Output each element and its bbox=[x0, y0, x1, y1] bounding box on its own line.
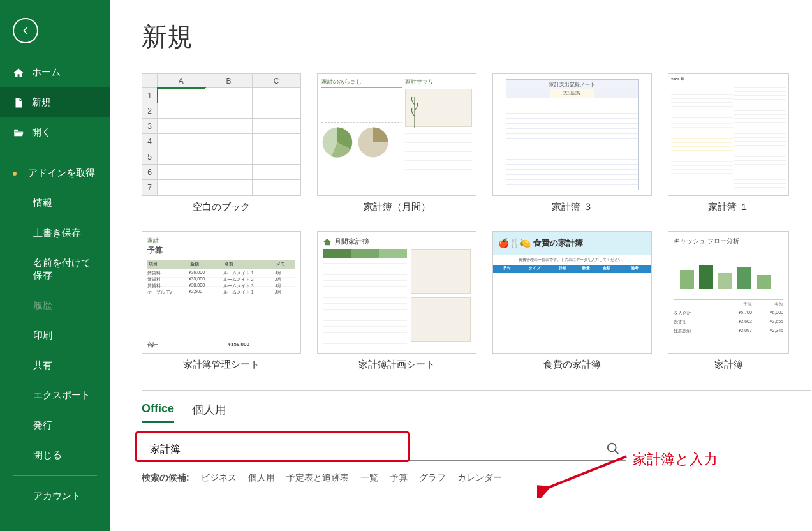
arrow-left-icon bbox=[20, 25, 31, 36]
template-thumb: 🍎🍴🍋 食費の家計簿 食費管理の一覧表です。下の表にデータを入力してください。 … bbox=[492, 231, 652, 354]
annotation-arrow-icon bbox=[537, 453, 633, 498]
row-header: 7 bbox=[142, 180, 158, 195]
nav-label: 新規 bbox=[32, 96, 51, 108]
section-divider bbox=[142, 390, 811, 391]
nav-label: ホーム bbox=[32, 66, 61, 79]
template-monthly-budget[interactable]: 家計のあらまし 家計サマリ 家計簿（月間） bbox=[317, 73, 476, 213]
svg-point-2 bbox=[608, 444, 616, 452]
template-label: 家計簿 bbox=[668, 359, 789, 371]
nav-share[interactable]: 共有 bbox=[0, 350, 110, 380]
nav-save-as[interactable]: 名前を付けて保存 bbox=[0, 248, 110, 290]
nav-export[interactable]: エクスポート bbox=[0, 380, 110, 410]
row-header: 4 bbox=[142, 134, 158, 149]
suggested-item[interactable]: 予算 bbox=[390, 472, 408, 484]
thumb-title: 食費の家計簿 bbox=[533, 237, 583, 249]
nav-print[interactable]: 印刷 bbox=[0, 320, 110, 350]
nav-label: 情報 bbox=[33, 197, 52, 209]
divider bbox=[13, 475, 97, 476]
template-label: 家計簿管理シート bbox=[142, 359, 301, 371]
suggested-item[interactable]: 一覧 bbox=[360, 472, 378, 484]
row-label: 収入合計 bbox=[674, 310, 721, 317]
row-val: ¥5,700 bbox=[721, 310, 752, 317]
nav-close[interactable]: 閉じる bbox=[0, 440, 110, 470]
thumb-title: キャッシュ フロー分析 bbox=[674, 237, 783, 246]
suggested-item[interactable]: 個人用 bbox=[248, 472, 275, 484]
suggested-item[interactable]: カレンダー bbox=[457, 472, 502, 484]
col-header: B bbox=[205, 74, 253, 88]
template-row-1: ABC 1 2 3 4 5 6 7 空白のブック 家計のあらまし bbox=[142, 73, 812, 213]
nav-label: エクスポート bbox=[33, 389, 91, 401]
template-blank-workbook[interactable]: ABC 1 2 3 4 5 6 7 空白のブック bbox=[142, 73, 301, 213]
suggested-item[interactable]: グラフ bbox=[419, 472, 446, 484]
nav-publish[interactable]: 発行 bbox=[0, 410, 110, 440]
thumb-total: ¥156,000 bbox=[228, 341, 295, 348]
template-thumb: 家計 予算 項目金額名前メモ 賃貸料¥36,000ルームメイト 1J月 賃貸料¥… bbox=[142, 231, 301, 354]
nav-new[interactable]: 新規 bbox=[0, 87, 110, 117]
col-header: A bbox=[158, 74, 205, 88]
back-button[interactable] bbox=[13, 18, 38, 43]
template-food-budget[interactable]: 🍎🍴🍋 食費の家計簿 食費管理の一覧表です。下の表にデータを入力してください。 … bbox=[492, 231, 652, 371]
nav-label: 履歴 bbox=[33, 299, 52, 311]
template-thumb: 2009 年 bbox=[668, 73, 789, 196]
row-val: ¥2,097 bbox=[721, 328, 752, 334]
template-thumb: キャッシュ フロー分析 予算実際 収入合計¥5,700¥6,000 総支出¥3,… bbox=[668, 231, 789, 354]
template-household-budget[interactable]: キャッシュ フロー分析 予算実際 収入合計¥5,700¥6,000 総支出¥3,… bbox=[668, 231, 789, 371]
nav-home[interactable]: ホーム bbox=[0, 57, 110, 87]
nav-label: 閉じる bbox=[33, 449, 62, 461]
row-header: 6 bbox=[142, 165, 158, 180]
template-budget-3[interactable]: 家計支出記録ノート 支出記録 家計簿 ３ bbox=[492, 73, 652, 213]
template-thumb: 家計支出記録ノート 支出記録 bbox=[492, 73, 652, 196]
template-label: 家計簿計画シート bbox=[317, 359, 476, 371]
nav-get-addins[interactable]: アドインを取得 bbox=[0, 158, 110, 188]
nav-label: 発行 bbox=[33, 419, 52, 431]
nav-account[interactable]: アカウント bbox=[0, 481, 110, 511]
template-budget-manage-sheet[interactable]: 家計 予算 項目金額名前メモ 賃貸料¥36,000ルームメイト 1J月 賃貸料¥… bbox=[142, 231, 301, 371]
annotation-text: 家計簿と入力 bbox=[633, 450, 718, 469]
col-header: C bbox=[253, 74, 300, 88]
nav-label: 印刷 bbox=[33, 329, 52, 341]
template-budget-1[interactable]: 2009 年 家計簿 １ bbox=[668, 73, 789, 213]
nav-open[interactable]: 開く bbox=[0, 117, 110, 147]
row-val: ¥3,603 bbox=[721, 319, 752, 325]
template-row-2: 家計 予算 項目金額名前メモ 賃貸料¥36,000ルームメイト 1J月 賃貸料¥… bbox=[142, 213, 812, 371]
template-thumb: 家計のあらまし 家計サマリ bbox=[317, 73, 476, 196]
row-header: 3 bbox=[142, 119, 158, 134]
pie-chart-icon bbox=[321, 126, 353, 158]
pie-chart-icon bbox=[357, 126, 389, 158]
home-icon bbox=[13, 67, 24, 79]
template-budget-plan-sheet[interactable]: 月間家計簿 家計簿計画シート bbox=[317, 231, 476, 371]
row-val: ¥6,000 bbox=[752, 310, 783, 317]
tab-personal[interactable]: 個人用 bbox=[192, 402, 226, 423]
nav-label: 共有 bbox=[33, 359, 52, 371]
thumb-title: 家計サマリ bbox=[405, 78, 472, 86]
template-label: 食費の家計簿 bbox=[492, 359, 652, 371]
nav-label: アドインを取得 bbox=[28, 167, 95, 179]
house-icon bbox=[323, 237, 332, 246]
search-tabs: Office 個人用 bbox=[142, 402, 812, 423]
suggested-item[interactable]: 予定表と追跡表 bbox=[286, 472, 349, 484]
thumb-year: 2009 年 bbox=[671, 77, 684, 81]
nav-save[interactable]: 上書き保存 bbox=[0, 218, 110, 248]
template-label: 家計簿 ３ bbox=[492, 201, 652, 213]
suggested-item[interactable]: ビジネス bbox=[201, 472, 237, 484]
row-label: 総支出 bbox=[674, 319, 721, 325]
row-header: 5 bbox=[142, 149, 158, 165]
main-content: 新規 ABC 1 2 3 4 5 6 7 空白のブック bbox=[110, 0, 812, 531]
thumb-title: 家計支出記録ノート bbox=[506, 80, 638, 89]
row-header: 2 bbox=[142, 103, 158, 119]
template-label: 家計簿 １ bbox=[668, 201, 789, 213]
divider bbox=[13, 153, 97, 153]
svg-line-4 bbox=[547, 456, 626, 488]
template-thumb: ABC 1 2 3 4 5 6 7 bbox=[142, 73, 301, 196]
thumb-title: 月間家計簿 bbox=[334, 237, 369, 246]
row-val: ¥2,345 bbox=[752, 328, 783, 334]
nav-info[interactable]: 情報 bbox=[0, 188, 110, 218]
folder-open-icon bbox=[13, 127, 24, 138]
backstage-sidebar: ホーム 新規 開く アドインを取得 情報 上書き保存 名前を付けて保存 履歴 印… bbox=[0, 0, 110, 531]
bar-chart-icon bbox=[674, 251, 783, 295]
nav-label: アカウント bbox=[33, 490, 81, 502]
row-header: 1 bbox=[142, 88, 158, 103]
tab-office[interactable]: Office bbox=[142, 402, 174, 423]
nav-label: 上書き保存 bbox=[33, 227, 81, 239]
suggested-label: 検索の候補: bbox=[142, 472, 189, 484]
